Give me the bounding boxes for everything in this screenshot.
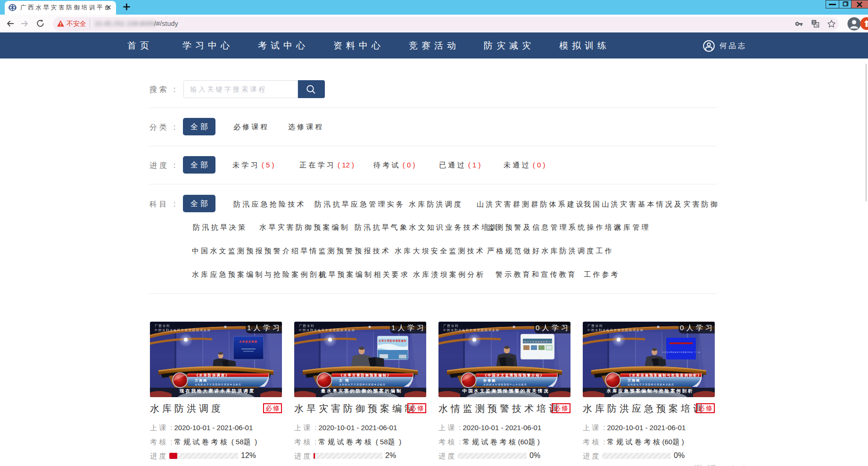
- svg-text:王 翔: 王 翔: [339, 378, 349, 383]
- svg-text:0人学习: 0人学习: [536, 324, 570, 332]
- svg-text:《水库防洪调度》: 《水库防洪调度》: [195, 373, 230, 377]
- svg-text:广西水利: 广西水利: [299, 324, 315, 327]
- svg-text:水利部水旱灾害防御司督察专员教高: 水利部水旱灾害防御司督察专员教高: [339, 383, 386, 386]
- svg-text:水库防洪调度: 水库防洪调度: [239, 340, 258, 343]
- svg-text:中国水利水电科学研究院技术支持: 中国水利水电科学研究院技术支持: [155, 328, 211, 332]
- svg-text:中国水利水电科学研究院技术支持: 中国水利水电科学研究院技术支持: [587, 328, 644, 332]
- svg-text:广西水利: 广西水利: [155, 324, 171, 327]
- svg-text:1人学习: 1人学习: [391, 324, 426, 332]
- svg-text:0人学习: 0人学习: [680, 324, 715, 332]
- svg-text:《中国水文监测预报预警介绍》: 《中国水文监测预报预警介绍》: [483, 373, 545, 377]
- svg-text:水利部水旱灾害防御司督察专员教高: 水利部水旱灾害防御司督察专员教高: [628, 383, 674, 386]
- svg-text:《水旱灾害防御预案编制》: 《水旱灾害防御预案编制》: [339, 373, 391, 377]
- svg-text:中国水文监测预报预警的有关情况: 中国水文监测预报预警的有关情况: [463, 388, 550, 393]
- svg-text:广西水利: 广西水利: [443, 324, 459, 327]
- svg-text:文: 文: [812, 20, 816, 25]
- svg-text:水利部水旱灾害防御司督察专员教高: 水利部水旱灾害防御司督察专员教高: [195, 383, 241, 386]
- svg-text:中国水利水电科学研究院技术支持: 中国水利水电科学研究院技术支持: [443, 328, 500, 332]
- svg-text:万海斌: 万海斌: [627, 379, 640, 383]
- svg-text:现在我给大家讲水库防洪调度: 现在我给大家讲水库防洪调度: [179, 388, 255, 393]
- svg-text:A: A: [816, 24, 818, 27]
- svg-text:中国水利水电科学研究院技术支持: 中国水利水电科学研究院技术支持: [299, 328, 355, 332]
- svg-text:孙春鹏: 孙春鹏: [483, 379, 496, 383]
- svg-text:最水旱灾害的防御的预案的编制: 最水旱灾害的防御的预案的编制: [321, 388, 402, 393]
- svg-text:水利部水文情报预报中心主任教高: 水利部水文情报预报中心主任教高: [483, 383, 527, 386]
- svg-text:《水库应急预案编制与抢险案例剖析》: 《水库应急预案编制与抢险案例剖析》: [628, 373, 702, 377]
- svg-text:水库应急预案编制与抢险案例剖析 下一期: 水库应急预案编制与抢险案例剖析 下一期: [662, 351, 701, 353]
- svg-text:水旱灾害防御预案编制: 水旱灾害防御预案编制: [379, 339, 407, 342]
- svg-text:1人学习: 1人学习: [247, 324, 282, 332]
- svg-text:水库应急预案编制与抢险案例剖析: 水库应急预案编制与抢险案例剖析: [606, 388, 694, 393]
- svg-text:万海斌: 万海斌: [194, 379, 207, 383]
- svg-text:广西水利: 广西水利: [587, 324, 603, 327]
